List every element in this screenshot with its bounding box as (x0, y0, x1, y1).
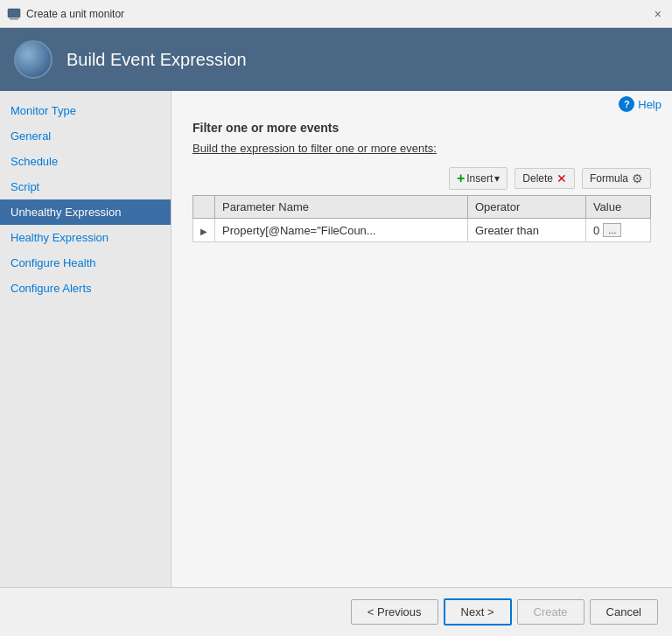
content-header: ? Help (172, 91, 672, 117)
row-expand-icon: ▶ (200, 227, 207, 236)
sidebar: Monitor Type General Schedule Script Unh… (0, 91, 172, 587)
content-body: Filter one or more events Build the expr… (172, 117, 672, 587)
title-bar-left: Create a unit monitor (7, 7, 124, 21)
insert-plus-icon: + (457, 171, 465, 186)
insert-label: Insert (466, 172, 493, 185)
header-icon (14, 40, 52, 79)
dialog-header: Build Event Expression (0, 28, 672, 91)
delete-icon: ✕ (556, 171, 567, 185)
table-header-row: Parameter Name Operator Value (193, 196, 651, 219)
content-area: ? Help Filter one or more events Build t… (172, 91, 672, 587)
insert-button[interactable]: + Insert ▾ (449, 167, 508, 190)
expression-toolbar: + Insert ▾ Delete ✕ Formula ⚙ (192, 167, 651, 190)
sidebar-item-monitor-type[interactable]: Monitor Type (0, 98, 171, 123)
next-button[interactable]: Next > (444, 598, 512, 626)
row-arrow-cell: ▶ (193, 219, 215, 242)
delete-button[interactable]: Delete ✕ (514, 168, 575, 189)
expression-table: Parameter Name Operator Value ▶ Property… (192, 195, 651, 242)
close-button[interactable]: × (651, 7, 665, 21)
create-button[interactable]: Create (517, 599, 584, 625)
app-icon (7, 7, 21, 21)
section-desc: Build the expression to filter one or mo… (192, 142, 651, 155)
sidebar-item-configure-alerts[interactable]: Configure Alerts (0, 276, 171, 301)
formula-icon: ⚙ (632, 171, 643, 185)
header-title: Build Event Expression (66, 50, 247, 70)
sidebar-item-unhealthy-expression[interactable]: Unhealthy Expression (0, 199, 171, 225)
col-value: Value (585, 196, 650, 219)
sidebar-item-schedule[interactable]: Schedule (0, 149, 171, 174)
sidebar-item-configure-health[interactable]: Configure Health (0, 250, 171, 276)
row-value-cell: 0 ... (585, 219, 650, 242)
previous-button[interactable]: < Previous (351, 599, 438, 625)
formula-button[interactable]: Formula ⚙ (582, 168, 651, 189)
formula-label: Formula (590, 172, 628, 185)
footer: < Previous Next > Create Cancel (0, 587, 672, 636)
table-row[interactable]: ▶ Property[@Name="FileCoun... Greater th… (193, 219, 651, 242)
insert-dropdown-icon: ▾ (494, 172, 500, 185)
row-value: 0 (593, 224, 599, 237)
sidebar-item-healthy-expression[interactable]: Healthy Expression (0, 225, 171, 250)
col-parameter-name: Parameter Name (215, 196, 468, 219)
section-title: Filter one or more events (192, 121, 651, 135)
row-parameter-name: Property[@Name="FileCoun... (215, 219, 468, 242)
svg-rect-0 (8, 9, 20, 17)
window-title: Create a unit monitor (26, 8, 124, 20)
title-bar: Create a unit monitor × (0, 0, 672, 28)
svg-rect-1 (10, 18, 18, 20)
main-content: Monitor Type General Schedule Script Unh… (0, 91, 672, 587)
help-icon: ? (619, 96, 634, 112)
delete-label: Delete (522, 172, 553, 185)
sidebar-item-general[interactable]: General (0, 123, 171, 149)
sidebar-item-script[interactable]: Script (0, 174, 171, 199)
col-operator: Operator (467, 196, 585, 219)
row-operator: Greater than (467, 219, 585, 242)
cancel-button[interactable]: Cancel (590, 599, 658, 625)
help-link[interactable]: ? Help (619, 96, 662, 112)
col-arrow (193, 196, 215, 219)
help-label: Help (638, 98, 662, 111)
value-ellipsis-button[interactable]: ... (603, 223, 621, 237)
